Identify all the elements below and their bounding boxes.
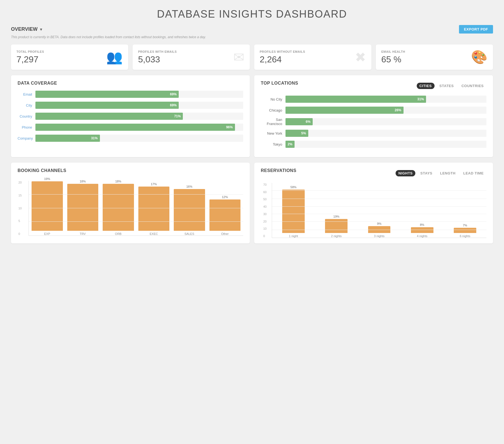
res-bar-pct-0: 58% (290, 185, 296, 189)
booking-bar-col-0: 19% EXP (32, 177, 63, 236)
coverage-bar-fill-0: 69% (35, 91, 179, 98)
res-tab-length[interactable]: LENGTH (437, 170, 458, 176)
res-tab-nights[interactable]: NIGHTS (396, 170, 415, 176)
stat-card-value-1: 5,033 (138, 54, 177, 65)
location-bar-bg-0: 31% (285, 96, 486, 103)
booking-bar-label-2: ORB (115, 232, 122, 235)
stat-card-left-3: EMAIL HEALTH 65 % (381, 50, 405, 65)
location-bar-bg-1: 26% (285, 107, 486, 114)
coverage-bar-pct-1: 69% (170, 103, 177, 107)
location-bar-fill-1: 26% (285, 107, 404, 114)
booking-bar-col-4: 16% SALES (174, 185, 205, 235)
res-y-label-3: 30 (263, 212, 267, 216)
location-bar-fill-4: 2% (285, 141, 295, 148)
header-row: OVERVIEW ▼ EXPORT PDF (11, 25, 493, 34)
export-pdf-button[interactable]: EXPORT PDF (459, 25, 493, 34)
res-bar-pct-4: 7% (463, 224, 467, 227)
loc-tab-cities[interactable]: CITIES (417, 83, 435, 89)
data-coverage-title: DATA COVERAGE (18, 81, 243, 86)
res-y-label-5: 50 (263, 198, 267, 201)
location-row-4: Tokyo 2% (261, 141, 486, 148)
coverage-label-2: Country (18, 114, 35, 118)
booking-y-label-0: 0 (18, 232, 22, 235)
res-tab-stays[interactable]: STAYS (418, 170, 435, 176)
booking-bar-col-3: 17% EXEC (138, 182, 170, 236)
location-row-0: No City 31% (261, 96, 486, 103)
coverage-bar-pct-0: 69% (170, 92, 177, 96)
booking-bar-col-5: 12% Other (209, 195, 241, 235)
booking-bar-rect-3 (138, 187, 170, 231)
booking-bar-rect-0 (32, 181, 63, 231)
coverage-row-1: City 69% (18, 102, 243, 109)
coverage-row-0: Email 69% (18, 91, 243, 98)
stat-card-left-2: PROFILES WITHOUT EMAILS 2,264 (260, 50, 305, 65)
res-bar-col-3: 8% 4 nights (404, 223, 441, 238)
main-panels-row-2: BOOKING CHANNELS 05101520 19% EXP 18% TR… (11, 163, 493, 243)
booking-bar-label-0: EXP (44, 232, 50, 235)
booking-bar-label-5: Other (221, 232, 229, 235)
location-bar-pct-0: 31% (417, 97, 424, 101)
location-tabs: CITIESSTATESCOUNTRIES (417, 83, 486, 89)
loc-tab-countries[interactable]: COUNTRIES (459, 83, 486, 89)
coverage-bar-pct-2: 71% (174, 114, 181, 118)
booking-gridline (29, 194, 243, 195)
data-coverage-panel: DATA COVERAGE Email 69% City 69% Country… (11, 75, 250, 157)
res-bar-label-4: 6 nights (460, 234, 471, 238)
booking-bar-rect-2 (103, 184, 134, 231)
booking-y-label-1: 5 (18, 219, 22, 223)
res-bar-rect-1 (325, 219, 348, 233)
top-locations-panel: TOP LOCATIONS CITIESSTATESCOUNTRIES No C… (254, 75, 493, 157)
location-bar-fill-3: 5% (285, 130, 308, 137)
stat-cards-row: TOTAL PROFILES 7,297 👥 PROFILES WITH EMA… (11, 45, 493, 70)
reservations-y-axis: 010203040506070 (263, 183, 267, 238)
res-tab-lead-time[interactable]: LEAD TIME (460, 170, 486, 176)
booking-bar-pct-1: 18% (80, 180, 86, 183)
res-bar-pct-1: 19% (333, 215, 339, 218)
location-label-1: Chicago (261, 108, 285, 112)
stat-card-icon-2: ✖ (355, 49, 366, 65)
stat-card-left-1: PROFILES WITH EMAILS 5,033 (138, 50, 177, 65)
stat-card-profiles-without-emails: PROFILES WITHOUT EMAILS 2,264 ✖ (254, 45, 371, 70)
coverage-bar-bg-3: 96% (35, 124, 243, 131)
reservations-header: RESERVATIONS NIGHTSSTAYSLENGTHLEAD TIME (261, 168, 486, 178)
res-gridline (272, 190, 486, 191)
booking-bar-col-1: 18% TRV (67, 180, 99, 235)
stat-card-label-2: PROFILES WITHOUT EMAILS (260, 50, 305, 53)
res-bar-pct-2: 9% (377, 222, 382, 225)
loc-tab-states[interactable]: STATES (437, 83, 457, 89)
res-y-label-1: 10 (263, 227, 267, 230)
res-gridline (272, 199, 486, 199)
stat-card-label-1: PROFILES WITH EMAILS (138, 50, 177, 53)
coverage-bar-pct-3: 96% (226, 125, 233, 129)
stat-card-email-health: EMAIL HEALTH 65 % 🎨 (376, 45, 493, 70)
coverage-label-0: Email (18, 92, 35, 96)
booking-y-label-4: 20 (18, 181, 22, 184)
location-label-4: Tokyo (261, 142, 285, 146)
coverage-bar-fill-1: 69% (35, 102, 179, 109)
coverage-bar-pct-4: 31% (91, 136, 98, 140)
location-row-2: San Francisco 6% (261, 118, 486, 126)
booking-y-label-2: 10 (18, 207, 22, 210)
res-bar-rect-0 (282, 190, 305, 233)
coverage-label-3: Phone (18, 125, 35, 129)
stat-card-label-3: EMAIL HEALTH (381, 50, 405, 53)
overview-label[interactable]: OVERVIEW ▼ (11, 26, 43, 32)
booking-bar-chart: 05101520 19% EXP 18% TRV 18% ORB 17% EXE… (29, 181, 243, 236)
location-row-1: Chicago 26% (261, 107, 486, 114)
top-locations-header: TOP LOCATIONS CITIESSTATESCOUNTRIES (261, 81, 486, 91)
booking-channels-chart: 05101520 19% EXP 18% TRV 18% ORB 17% EXE… (18, 178, 243, 236)
res-bar-label-2: 3 nights (374, 234, 385, 238)
booking-y-axis: 05101520 (18, 181, 22, 235)
res-bar-pct-3: 8% (420, 223, 424, 226)
stat-card-icon-0: 👥 (106, 49, 123, 65)
booking-bar-rect-1 (67, 184, 99, 231)
stat-card-value-0: 7,297 (16, 54, 44, 65)
res-bar-rect-3 (411, 227, 433, 233)
stat-card-left-0: TOTAL PROFILES 7,297 (16, 50, 44, 65)
page-title: DATABASE INSIGHTS DASHBOARD (11, 8, 493, 20)
coverage-row-2: Country 71% (18, 113, 243, 120)
booking-bar-rect-5 (209, 199, 241, 231)
res-y-label-0: 0 (263, 234, 267, 238)
overview-caret-icon: ▼ (39, 27, 43, 32)
location-label-3: New York (261, 131, 285, 135)
